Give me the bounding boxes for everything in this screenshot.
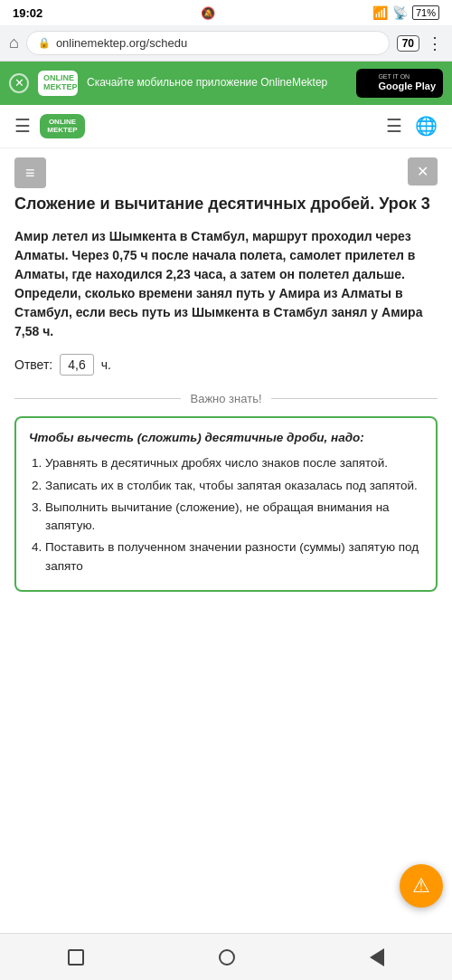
list-item: Поставить в полученном значении разности… [45,538,423,576]
notification-icon: 🔕 [201,6,215,20]
bottom-nav [0,933,452,980]
warning-fab[interactable]: ⚠ [400,864,443,908]
answer-value[interactable]: 4,6 [60,354,93,376]
problem-text: Амир летел из Шымкента в Стамбул, маршру… [14,227,438,341]
header-right: ☰ 🌐 [386,115,438,137]
browser-bar: ⌂ 🔒 onlinemektep.org/schedu 70 ⋮ [0,25,452,62]
divider-line-left [14,398,181,399]
important-divider: Важно знать! [14,392,438,405]
wifi-icon: 📡 [392,5,408,20]
url-box[interactable]: 🔒 onlinemektep.org/schedu [26,31,390,55]
top-buttons: ≡ ✕ [14,148,438,194]
play-store-icon: ▶ [363,74,374,91]
status-time: 19:02 [13,6,42,20]
google-play-button[interactable]: ▶ GET IT ON Google Play [356,69,443,98]
answer-label: Ответ: [14,357,52,372]
page-title: Сложение и вычитание десятичных дробей. … [14,194,438,214]
site-header: ☰ ONLINE MEKTEP ☰ 🌐 [0,105,452,148]
content-area: ≡ ✕ Сложение и вычитание десятичных дроб… [0,148,452,592]
close-button[interactable]: ✕ [408,157,438,186]
nav-back-button[interactable] [370,948,384,966]
google-play-label: GET IT ON Google Play [378,73,436,93]
divider-line-right [271,398,438,399]
warning-icon: ⚠ [412,874,430,898]
battery-icon: 71% [412,5,439,20]
important-label: Важно знать! [190,392,261,405]
lock-icon: 🔒 [38,37,51,49]
site-logo: ONLINE MEKTEP [40,114,85,138]
nav-square-button[interactable] [68,949,84,966]
list-view-icon[interactable]: ☰ [386,115,402,137]
answer-row: Ответ: 4,6 ч. [14,354,438,376]
list-item: Записать их в столбик так, чтобы запятая… [45,477,423,495]
nav-circle-icon [219,949,235,966]
status-icons: 📶 📡 71% [372,5,439,20]
answer-unit: ч. [101,357,111,372]
nav-home-button[interactable] [219,949,235,966]
info-box-intro: Чтобы вычесть (сложить) десятичные дроби… [29,429,423,447]
signal-icon: 📶 [372,5,388,20]
home-icon[interactable]: ⌂ [9,33,19,52]
promo-banner: ✕ ONLINE MEKTEP Скачайте мобильное прило… [0,62,452,105]
promo-logo: ONLINE MEKTEP [38,71,78,96]
hamburger-menu-icon[interactable]: ☰ [14,115,31,137]
menu-toggle-button[interactable]: ≡ [14,157,46,188]
nav-triangle-icon [370,948,384,966]
list-item: Уравнять в десятичных дробях число знако… [45,454,423,472]
nav-square-icon [68,949,84,966]
info-list: Уравнять в десятичных дробях число знако… [29,454,423,576]
status-bar: 19:02 🔕 📶 📡 71% [0,0,452,25]
url-text: onlinemektep.org/schedu [56,36,378,50]
globe-icon[interactable]: 🌐 [415,115,438,137]
list-item: Выполнить вычитание (сложение), не обращ… [45,499,423,536]
header-left: ☰ ONLINE MEKTEP [14,114,85,138]
promo-text: Скачайте мобильное приложение OnlineMekt… [87,76,347,90]
tab-count[interactable]: 70 [397,35,419,52]
promo-close-button[interactable]: ✕ [9,73,29,93]
browser-menu-icon[interactable]: ⋮ [427,33,443,53]
info-box: Чтобы вычесть (сложить) десятичные дроби… [14,416,438,592]
